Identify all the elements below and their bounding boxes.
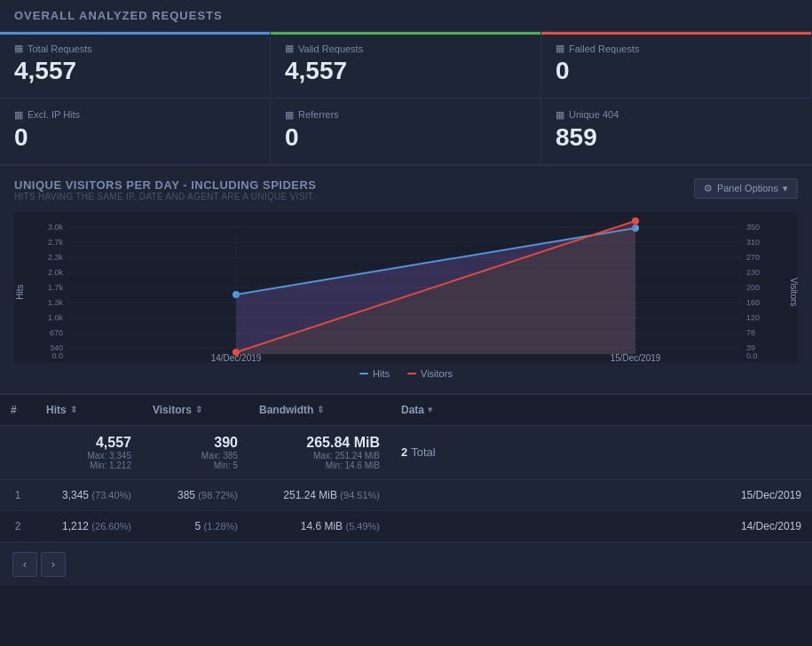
chart-section: UNIQUE VISITORS PER DAY - INCLUDING SPID… (0, 166, 812, 394)
legend-visitors-dot (407, 373, 416, 374)
summary-bandwidth-main: 265.84 MiB (259, 435, 380, 451)
hits-pct: (73.40%) (91, 490, 131, 500)
legend-hits: Hits (359, 368, 390, 379)
next-page-button[interactable]: › (41, 552, 66, 577)
svg-text:160: 160 (746, 298, 760, 307)
chart-legend: Hits Visitors (14, 368, 798, 379)
cell-hits: 1,212 (26.60%) (35, 511, 142, 541)
svg-text:2.3k: 2.3k (48, 253, 64, 262)
legend-visitors: Visitors (407, 368, 453, 379)
table-row: 1 3,345 (73.40%) 385 (98.72%) 251.24 MiB… (0, 480, 812, 511)
visitors-pct: (98.72%) (198, 490, 238, 500)
svg-text:670: 670 (50, 328, 63, 337)
summary-hits-main: 4,557 (46, 435, 131, 451)
panel-options-button[interactable]: ⚙ Panel Options ▾ (694, 178, 798, 199)
svg-text:Visitors: Visitors (789, 277, 798, 306)
prev-page-button[interactable]: ‹ (12, 552, 37, 577)
summary-hits-max: Max: 3,345 (46, 451, 131, 461)
summary-visitors: 390 Max: 385 Min: 5 (142, 431, 248, 474)
sort-icon: ⇕ (70, 405, 77, 414)
cell-num: 2 (0, 511, 35, 541)
chart-header: UNIQUE VISITORS PER DAY - INCLUDING SPID… (14, 178, 798, 210)
table-summary-row: 4,557 Max: 3,345 Min: 1,212 390 Max: 385… (0, 426, 812, 480)
col-header-bandwidth[interactable]: Bandwidth ⇕ (248, 395, 390, 425)
bar-chart-icon: ▦ (556, 43, 564, 54)
stat-value: 4,557 (14, 58, 256, 85)
summary-hits: 4,557 Max: 3,345 Min: 1,212 (35, 431, 142, 474)
stat-value: 4,557 (285, 58, 526, 85)
legend-visitors-label: Visitors (421, 368, 453, 379)
table-header-row: # Hits ⇕ Visitors ⇕ Bandwidth ⇕ Data ▾ (0, 394, 812, 426)
summary-visitors-max: Max: 385 (153, 451, 238, 461)
legend-hits-label: Hits (373, 368, 390, 379)
cell-visitors: 385 (98.72%) (142, 480, 248, 510)
chevron-down-icon: ▾ (428, 405, 432, 414)
summary-visitors-min: Min: 5 (153, 461, 238, 470)
cell-num: 1 (0, 480, 35, 510)
col-header-data[interactable]: Data ▾ (390, 395, 812, 425)
chart-titles: UNIQUE VISITORS PER DAY - INCLUDING SPID… (14, 178, 317, 210)
chevron-down-icon: ▾ (783, 183, 788, 194)
summary-visitors-main: 390 (153, 435, 238, 451)
svg-text:78: 78 (746, 328, 755, 337)
svg-text:2.0k: 2.0k (48, 268, 64, 277)
sort-icon: ⇕ (317, 405, 324, 414)
svg-text:2.7k: 2.7k (48, 238, 64, 247)
cell-hits: 3,345 (73.40%) (35, 480, 142, 510)
bandwidth-pct: (94.51%) (340, 490, 380, 500)
stat-label: ▦ Total Requests (14, 43, 256, 54)
sort-icon: ⇕ (195, 405, 202, 414)
svg-text:230: 230 (746, 268, 760, 277)
stat-card-excl-ip-hits: ▦ Excl. IP Hits 0 (0, 98, 271, 165)
cell-data: 15/Dec/2019 (390, 480, 812, 510)
summary-total-label: Total (411, 445, 435, 459)
col-header-num: # (0, 395, 35, 425)
svg-text:270: 270 (746, 253, 760, 262)
chart-title: UNIQUE VISITORS PER DAY - INCLUDING SPID… (14, 178, 317, 192)
stat-label: ▦ Excl. IP Hits (14, 109, 256, 121)
summary-bandwidth-min: Min: 14.6 MiB (259, 461, 380, 470)
svg-text:15/Dec/2019: 15/Dec/2019 (611, 353, 661, 363)
stat-card-total-requests: ▦ Total Requests 4,557 (0, 32, 271, 98)
cell-visitors: 5 (1.28%) (142, 511, 248, 541)
svg-text:1.7k: 1.7k (48, 283, 64, 292)
svg-text:3.0k: 3.0k (48, 223, 64, 232)
page-title: OVERALL ANALYZED REQUESTS (14, 9, 798, 22)
accent-bar (541, 32, 811, 35)
svg-text:1.3k: 1.3k (48, 298, 64, 307)
hits-pct: (26.60%) (91, 521, 131, 532)
svg-text:120: 120 (746, 313, 760, 322)
bandwidth-pct: (5.49%) (345, 521, 380, 532)
svg-text:0.0: 0.0 (746, 351, 758, 360)
legend-hits-dot (359, 373, 368, 374)
summary-total: 2 Total (390, 431, 812, 474)
stat-label: ▦ Valid Requests (285, 43, 526, 54)
col-header-hits[interactable]: Hits ⇕ (35, 395, 142, 425)
visitors-pct: (1.28%) (203, 521, 238, 532)
svg-text:Hits: Hits (15, 284, 25, 299)
chart-svg: 3.0k 2.7k 2.3k 2.0k 1.7k 1.3k 1.0k 670 3… (14, 212, 798, 363)
cell-data: 14/Dec/2019 (390, 511, 812, 541)
stat-card-failed-requests: ▦ Failed Requests 0 (541, 32, 812, 98)
bar-chart-icon: ▦ (556, 109, 564, 121)
stat-value: 859 (556, 124, 798, 152)
page-header: OVERALL ANALYZED REQUESTS (0, 0, 812, 32)
bar-chart-icon: ▦ (285, 109, 294, 121)
chart-area: 3.0k 2.7k 2.3k 2.0k 1.7k 1.3k 1.0k 670 3… (14, 212, 798, 363)
summary-num (0, 431, 35, 474)
chart-subtitle: HITS HAVING THE SAME IP, DATE AND AGENT … (14, 192, 317, 201)
stat-card-valid-requests: ▦ Valid Requests 4,557 (271, 32, 541, 98)
bar-chart-icon: ▦ (14, 43, 23, 54)
svg-text:1.0k: 1.0k (48, 313, 64, 322)
summary-bandwidth: 265.84 MiB Max: 251.24 MiB Min: 14.6 MiB (248, 431, 390, 474)
cell-bandwidth: 251.24 MiB (94.51%) (248, 480, 390, 510)
col-header-visitors[interactable]: Visitors ⇕ (142, 395, 248, 425)
summary-hits-min: Min: 1,212 (46, 461, 131, 470)
table-section: # Hits ⇕ Visitors ⇕ Bandwidth ⇕ Data ▾ 4… (0, 394, 812, 542)
stat-value: 0 (556, 58, 797, 85)
gear-icon: ⚙ (704, 183, 713, 194)
svg-text:310: 310 (746, 238, 760, 247)
stat-card-unique-404: ▦ Unique 404 859 (541, 98, 812, 165)
svg-text:350: 350 (746, 223, 760, 232)
stats-grid: ▦ Total Requests 4,557 ▦ Valid Requests … (0, 32, 812, 166)
